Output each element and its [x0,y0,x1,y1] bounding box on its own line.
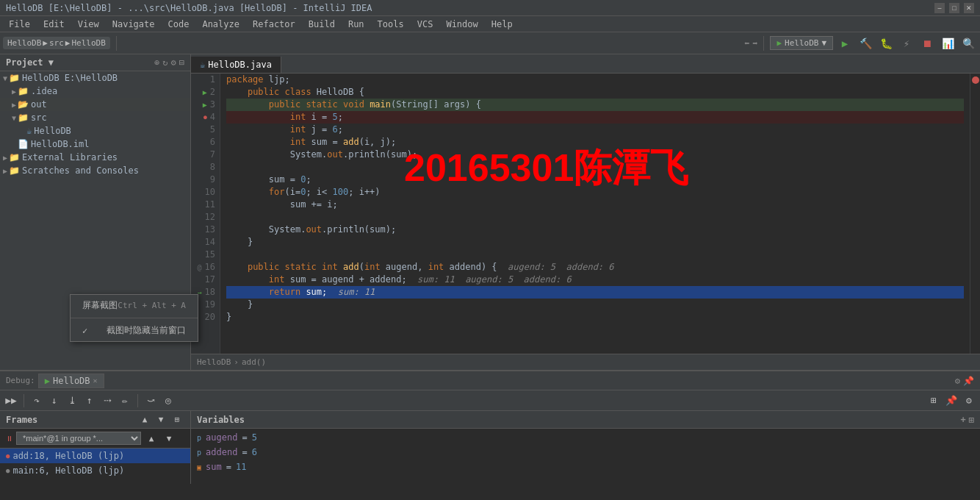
var-sum-icon: ▣ [197,463,201,471]
menu-item-vcs[interactable]: VCS [411,18,439,31]
close-panel-icon[interactable]: ⊟ [179,57,184,68]
thread-pause-icon: ⏸ [6,435,13,443]
menu-item-refactor[interactable]: Refactor [247,18,301,31]
drop-frame[interactable]: ⤻ [143,393,159,409]
frame-item-add[interactable]: ● add:18, HelloDB (ljp) [0,449,190,463]
stop-button[interactable]: ⏹ [918,35,936,52]
settings-tree-icon[interactable]: ⚙ [171,57,176,68]
code-content[interactable]: 20165301陈潭飞 package ljp; public class He… [220,74,970,354]
var-sum-name: sum [206,462,222,472]
thread-up[interactable]: ▲ [144,431,159,446]
menu-item-build[interactable]: Build [303,18,341,31]
restore-layout[interactable]: ⊞ [926,393,942,409]
coverage-button[interactable]: ⚡ [898,35,915,52]
scratches-folder-icon: 📁 [9,165,20,176]
settings-button[interactable]: 🔍 [959,35,977,52]
restore-frame[interactable]: ⊞ [170,413,184,427]
run-configuration[interactable]: ▶ HelloDB ▼ [770,36,833,50]
navigate-back[interactable]: ⬅ [744,38,749,49]
project-title: Project ▼ [6,57,54,68]
tab-hellodb-java[interactable]: ☕ HelloDB.java [191,57,281,73]
frame-label-add: add:18, HelloDB (ljp) [12,451,124,461]
menu-item-file[interactable]: File [3,18,36,31]
evaluate-expr[interactable]: ✏ [117,393,133,409]
var-sum[interactable]: ▣ sum = 11 [191,460,980,474]
breadcrumb-hellodb: HelloDB [197,357,231,367]
debug-content: Frames ▲ ▼ ⊞ ⏸ *main*@1 in group *... ▲ … [0,411,980,484]
add-watch-icon[interactable]: + [961,415,966,425]
menu-item-window[interactable]: Window [440,18,483,31]
menu-item-edit[interactable]: Edit [37,18,71,31]
settings-dbg[interactable]: ⚙ [961,393,977,409]
frame-item-main[interactable]: ● main:6, HelloDB (ljp) [0,463,190,478]
tree-item-out[interactable]: ▶ 📂 out [0,98,190,111]
restore-vars-icon[interactable]: ⊞ [969,415,974,425]
step-over-button[interactable]: ↷ [29,393,45,409]
var-addend-icon: p [197,449,201,457]
debug-button[interactable]: 🐛 [877,35,895,52]
minimize-button[interactable]: – [934,3,945,13]
screenshot-menu-item[interactable]: 屏幕截图 Ctrl + Alt + A [71,295,198,316]
menu-item-view[interactable]: View [72,18,105,31]
code-line-15 [226,249,964,261]
run-button[interactable]: ▶ [836,35,854,52]
step-into-button[interactable]: ↓ [46,393,62,409]
force-step-into[interactable]: ⤓ [64,393,80,409]
breadcrumb-add: add() [242,357,266,367]
screenshot-shortcut: Ctrl + Alt + A [118,301,186,310]
pin-tabs[interactable]: 📌 [943,393,959,409]
debug-tab-hellodb[interactable]: ▶ HelloDB ✕ [38,374,104,388]
thread-dropdown[interactable]: *main*@1 in group *... [16,432,141,445]
tree-label-idea: .idea [31,86,57,96]
menu-item-analyze[interactable]: Analyze [196,18,245,31]
sync-icon[interactable]: ↻ [162,57,167,68]
tree-item-ext-libs[interactable]: ▶ 📁 External Libraries [0,151,190,164]
breadcrumb-nav[interactable]: HelloDB ▶ src ▶ HelloDB [3,37,110,49]
frame-nav-buttons: ▲ ▼ ⊞ [137,413,184,427]
close-button[interactable]: ✕ [964,3,974,13]
tree-item-hellodb-java[interactable]: ▶ ☕ HelloDB [0,124,190,138]
frame-up[interactable]: ▲ [137,413,152,427]
resume-button[interactable]: ▶▶ [3,393,19,409]
navigate-forward[interactable]: ➡ [752,38,757,49]
menu-bar: FileEditViewNavigateCodeAnalyzeRefactorB… [0,16,980,32]
thread-down[interactable]: ▼ [162,431,176,446]
code-line-2: public class HelloDB { [226,86,964,99]
build-button[interactable]: 🔨 [857,35,874,52]
tree-item-scratches[interactable]: ▶ 📁 Scratches and Consoles [0,164,190,177]
run-to-cursor[interactable]: ⤏ [99,393,115,409]
profile-button[interactable]: 📊 [939,35,956,52]
variables-actions: + ⊞ [961,415,974,425]
tree-label-out: out [31,99,47,110]
menu-item-tools[interactable]: Tools [372,18,410,31]
debug-tab-close[interactable]: ✕ [93,376,98,385]
code-line-10: for(i=0; i< 100; i++) [226,186,964,199]
dbg-right-btns: ⊞ 📌 ⚙ [926,393,977,409]
tree-arrow-src: ▼ [12,114,16,122]
hide-window-menu-item[interactable]: ✓ 截图时隐藏当前窗口 [71,320,198,341]
debug-pin-icon[interactable]: 📌 [963,376,974,386]
var-augend[interactable]: p augend = 5 [191,430,980,445]
add-icon[interactable]: ⊕ [154,57,159,68]
frame-down[interactable]: ▼ [154,413,168,427]
show-execution-point[interactable]: ◎ [160,393,176,409]
tree-item-hellodb-iml[interactable]: ▶ 📄 HelloDB.iml [0,138,190,151]
debug-toolbar: ▶▶ ↷ ↓ ⤓ ↑ ⤏ ✏ ⤻ ◎ ⊞ 📌 ⚙ [0,390,980,411]
editor-area: ☕ HelloDB.java 1 ▶2 ▶3 ●4 5 6 7 [191,54,980,370]
step-out-button[interactable]: ↑ [82,393,98,409]
menu-item-navigate[interactable]: Navigate [107,18,161,31]
debug-run-icon: ▶ [45,376,50,386]
maximize-button[interactable]: □ [949,3,959,13]
code-editor[interactable]: 1 ▶2 ▶3 ●4 5 6 7 8 9 10 11 12 13 [191,74,980,354]
variables-list: p augend = 5 p addend = 6 ▣ sum = 11 [191,429,980,484]
toolbar-separator-2 [763,36,764,51]
menu-item-run[interactable]: Run [342,18,370,31]
debug-settings-icon[interactable]: ⚙ [955,376,960,386]
menu-item-help[interactable]: Help [486,18,519,31]
tree-item-src[interactable]: ▼ 📁 src [0,111,190,124]
tree-item-idea[interactable]: ▶ 📁 .idea [0,85,190,98]
code-line-14: } [226,236,964,249]
menu-item-code[interactable]: Code [162,18,195,31]
var-addend[interactable]: p addend = 6 [191,445,980,460]
tree-item-hellodb-root[interactable]: ▼ 📁 HelloDB E:\HelloDB [0,71,190,85]
